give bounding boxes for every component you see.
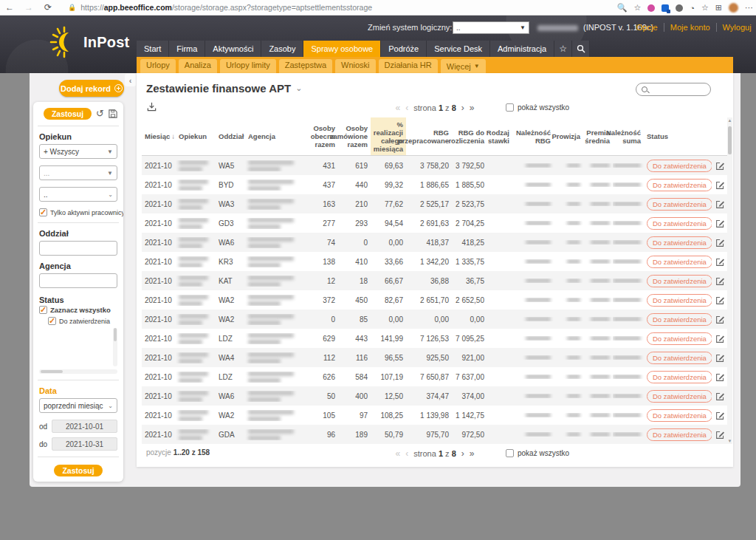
add-record-button[interactable]: Dodaj rekord [59,80,124,97]
date-range-select[interactable]: poprzedni miesiąc⌄ [39,398,117,413]
collections-icon[interactable]: ⊞ [715,3,722,13]
column-header-agencja[interactable]: Agencja [245,117,304,155]
nav-tab-podróże[interactable]: Podróże [381,41,427,57]
nav-tab-zasoby[interactable]: Zasoby [261,41,303,57]
nav-tab-sprawy-osobowe[interactable]: Sprawy osobowe [303,41,381,57]
prev-page-icon[interactable]: ‹ [405,103,408,113]
extension-icon[interactable] [662,4,669,12]
menu-dots-icon[interactable]: ⋯ [745,3,753,13]
filter-select-3[interactable]: ..⌄ [39,187,117,202]
show-all-checkbox[interactable] [506,103,514,112]
extension-icon[interactable] [676,4,683,12]
subnav-tab-wnioski[interactable]: Wnioski [335,59,376,73]
opiekun-select[interactable]: + Wszyscy▼ [39,144,117,159]
first-page-icon[interactable]: « [396,103,401,113]
edit-icon[interactable] [712,430,728,440]
search-icon[interactable] [572,41,590,57]
nav-tab-service-desk[interactable]: Service Desk [427,41,490,57]
edit-icon[interactable] [712,238,728,247]
extension-icon[interactable] [647,4,655,12]
nav-tab-administracja[interactable]: Administracja [490,41,554,57]
last-page-icon[interactable]: » [470,448,475,459]
subnav-tab-działania-hr[interactable]: Działania HR [379,59,438,73]
scroll-up-icon[interactable]: ▲ [727,118,732,123]
scroll-down-icon[interactable]: ▼ [727,439,732,443]
subnav-tab-analiza[interactable]: Analiza [179,59,217,73]
column-header-rodzaj[interactable]: Rodzaj stawki [487,117,512,155]
horizontal-scrollbar[interactable] [39,369,117,374]
cell-opiekun [176,256,216,267]
edit-icon[interactable] [712,411,728,420]
column-header-rbg_prze[interactable]: RBG przepracowane [406,117,452,155]
edit-icon[interactable] [712,219,728,228]
edit-icon[interactable] [712,334,728,344]
address-bar[interactable]: https://app.beeoffice.com/storage/storag… [80,3,372,12]
show-all-checkbox[interactable] [506,449,514,457]
subnav-tab-zastępstwa[interactable]: Zastępstwa [279,59,332,73]
system-select[interactable]: ..▼ [453,21,529,34]
column-header-status[interactable]: Status [644,117,712,155]
table-vertical-scrollbar[interactable]: ▲ ▼ [727,117,732,444]
column-header-opiekun[interactable]: Opiekun [176,117,216,155]
edit-icon[interactable] [712,161,728,171]
status-option-checkbox[interactable] [48,317,56,325]
first-page-icon[interactable]: « [396,448,401,459]
profile-avatar[interactable] [729,3,738,13]
next-page-icon[interactable]: › [461,103,464,113]
active-only-checkbox[interactable] [39,208,47,216]
collapse-sidebar-icon[interactable]: ‹ [125,74,136,86]
select-all-checkbox[interactable] [39,306,47,314]
favorite-star-icon[interactable]: ☆ [554,41,572,57]
header-link-moje-konto[interactable]: Moje konto [664,23,710,32]
page-title: Zestawienie finansowe APT [146,82,291,95]
apply-filters-button[interactable]: Zastosuj [44,108,92,120]
save-filters-icon[interactable] [109,109,117,118]
favorites-sparkle-icon[interactable]: ☆ [633,3,641,13]
vertical-scrollbar[interactable] [113,328,117,366]
subnav-tab-wiecej[interactable]: Więcej▼ [441,59,486,73]
agencja-input[interactable] [39,273,117,288]
oddzial-input[interactable] [39,241,117,256]
edit-icon[interactable] [712,276,728,286]
edit-icon[interactable] [712,315,728,324]
export-icon[interactable] [146,101,157,112]
subnav-tab-urlopy-limity[interactable]: Urlopy limity [220,59,276,73]
title-chevron-icon[interactable]: ⌄ [295,83,302,93]
back-icon[interactable]: ← [0,2,19,13]
column-header-naleznosc_rbg[interactable]: Należność RBG [512,117,554,155]
edit-icon[interactable] [712,353,728,363]
zoom-icon[interactable]: 🔍 [617,3,628,13]
nav-tab-aktywności[interactable]: Aktywności [205,41,261,57]
reset-filters-icon[interactable]: ↺ [96,109,104,118]
edit-icon[interactable] [712,257,728,267]
filter-select-2[interactable]: ...▼ [39,165,117,180]
subnav-tab-urlopy[interactable]: Urlopy [140,59,176,73]
apply-filters-bottom-button[interactable]: Zastosuj [54,465,102,476]
browser-essentials-icon[interactable]: ◔ [690,4,695,13]
edit-icon[interactable] [712,199,728,209]
column-header-oddzial[interactable]: Oddział [216,117,245,155]
last-page-icon[interactable]: » [470,103,475,113]
refresh-icon[interactable]: ⟳ [38,2,58,13]
header-link-opcje[interactable]: Opcje [636,23,658,32]
column-header-naleznosc_suma[interactable]: Należność suma [613,117,644,155]
date-from-input[interactable]: 2021-10-01 [52,420,117,433]
edit-icon[interactable] [712,180,728,190]
edit-icon[interactable] [712,295,728,305]
favorites-icon[interactable]: ☆ [701,3,709,13]
edit-icon[interactable] [712,392,728,401]
column-header-prowizja[interactable]: Prowizja [554,117,583,155]
column-header-rbg_do[interactable]: RBG do rozliczenia [452,117,487,155]
next-page-icon[interactable]: › [461,448,464,459]
nav-tab-firma[interactable]: Firma [169,41,205,57]
nav-tab-start[interactable]: Start [137,41,169,57]
table-search-input[interactable] [636,83,711,96]
date-to-row: do 2021-10-31 [39,437,117,451]
prev-page-icon[interactable]: ‹ [405,448,408,459]
forward-icon[interactable]: → [19,2,38,13]
date-to-input[interactable]: 2021-10-31 [52,437,117,451]
column-header-miesiac[interactable]: Miesiąc↓ [142,117,176,155]
column-header-zamowione[interactable]: Osoby zamówione razem [338,117,371,155]
edit-icon[interactable] [712,372,728,382]
header-link-wyloguj[interactable]: Wyloguj [716,23,752,32]
